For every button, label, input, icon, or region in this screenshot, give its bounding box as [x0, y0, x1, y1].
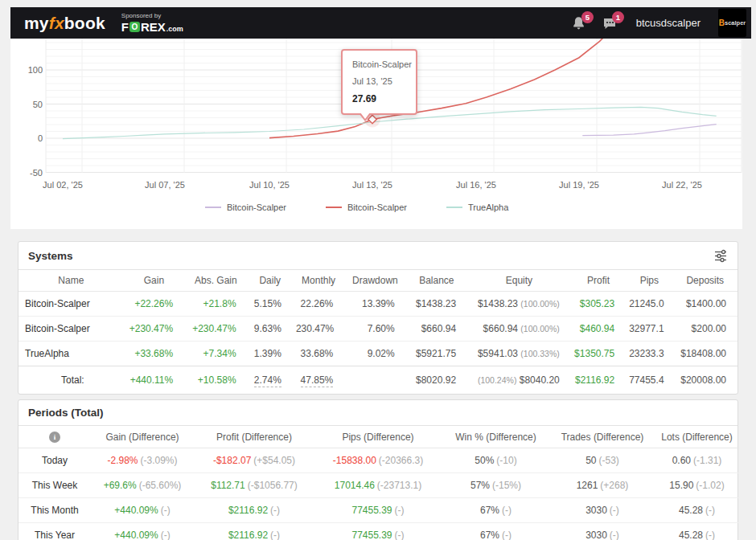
deposits-cell: $20008.00: [672, 366, 738, 395]
difference: (-20366.3): [379, 455, 423, 466]
value: 1261: [577, 480, 598, 491]
svg-text:0: 0: [38, 133, 43, 143]
systems-card: Systems Name Gain Abs. Gain Daily Monthl…: [18, 241, 738, 395]
value: +69.6%: [104, 480, 137, 491]
difference: (-): [161, 530, 171, 540]
sponsor-forex-link[interactable]: Sponsored by FOREX.com: [121, 13, 183, 33]
messages-button[interactable]: 1: [602, 16, 617, 31]
value: 67%: [480, 530, 499, 540]
system-name-link[interactable]: Bitcoin-Scalper: [18, 292, 124, 317]
value: +440.09%: [114, 530, 158, 540]
col-gain[interactable]: Gain: [124, 270, 184, 292]
col-profit[interactable]: Profit: [571, 270, 626, 292]
system-row: Bitcoin-Scalper +22.26% +21.8% 5.15% 22.…: [18, 292, 738, 317]
periods-table: i Gain (Difference) Profit (Difference) …: [18, 426, 739, 540]
balance-cell: $8020.92: [406, 366, 467, 395]
value: -2.98%: [107, 455, 138, 466]
bell-badge: 5: [581, 11, 594, 23]
difference: (-3.09%): [141, 455, 178, 466]
forex-o-icon: O: [129, 22, 140, 32]
monthly-total-value[interactable]: 47.85%: [301, 374, 334, 387]
deposits-cell: $18408.00: [672, 342, 738, 366]
user-avatar[interactable]: Bscalper: [718, 9, 746, 37]
trades-cell: 1261(+268): [550, 473, 655, 498]
system-name-link[interactable]: TrueAlpha: [18, 342, 124, 366]
col-name[interactable]: Name: [18, 270, 124, 292]
difference: (+268): [600, 480, 628, 491]
col-lots-difference: Lots (Difference): [655, 426, 739, 448]
deposits-cell: $200.00: [672, 317, 738, 342]
system-row: Bitcoin-Scalper +230.47% +230.47% 9.63% …: [18, 317, 738, 342]
lots-cell: 0.60(-1.31): [655, 448, 739, 473]
system-name-link[interactable]: Bitcoin-Scalper: [18, 317, 124, 342]
abs-gain-cell: +7.34%: [184, 342, 247, 366]
period-label: This Year: [18, 523, 91, 540]
profit-cell: $112.71(-$1056.77): [194, 473, 314, 498]
equity-amount: $8040.20: [520, 374, 560, 386]
value: $2116.92: [228, 505, 268, 516]
col-pips[interactable]: Pips: [626, 270, 672, 292]
periods-info-header: i: [18, 426, 91, 448]
win-cell: 67%(-): [442, 523, 550, 540]
col-abs-gain[interactable]: Abs. Gain: [184, 270, 247, 292]
lots-cell: 15.90(-1.02): [655, 473, 739, 498]
balance-cell: $1438.23: [406, 292, 467, 317]
col-balance[interactable]: Balance: [406, 270, 467, 292]
pips-cell: 17014.46(-23713.1): [314, 473, 442, 498]
value: $2116.92: [228, 530, 268, 540]
total-label: Total:: [18, 366, 124, 395]
difference: (-): [610, 505, 619, 516]
difference: (+$54.05): [253, 455, 295, 466]
logo-my: my: [24, 14, 49, 32]
col-pips-difference: Pips (Difference): [314, 426, 442, 448]
systems-settings-button[interactable]: [713, 248, 728, 263]
systems-header-row: Name Gain Abs. Gain Daily Monthly Drawdo…: [18, 270, 738, 292]
legend-label: Bitcoin-Scalper: [347, 202, 407, 212]
equity-amount: $660.94: [483, 323, 518, 334]
col-monthly[interactable]: Monthly: [293, 270, 344, 292]
value: 50%: [475, 455, 494, 466]
drawdown-cell: [344, 366, 405, 395]
period-label: This Month: [18, 498, 91, 523]
value: -15838.00: [333, 455, 376, 466]
periods-header-row: i Gain (Difference) Profit (Difference) …: [18, 426, 739, 448]
win-cell: 50%(-10): [442, 448, 550, 473]
info-icon[interactable]: i: [49, 432, 60, 443]
col-daily[interactable]: Daily: [248, 270, 293, 292]
value: 17014.46: [335, 480, 375, 491]
legend-item-truealpha[interactable]: TrueAlpha: [446, 202, 508, 212]
daily-total-value[interactable]: 2.74%: [254, 374, 281, 387]
col-deposits[interactable]: Deposits: [672, 270, 738, 292]
col-drawdown[interactable]: Drawdown: [344, 270, 405, 292]
systems-title: Systems: [28, 250, 73, 262]
profit-cell: $1350.75: [571, 342, 626, 366]
svg-text:-50: -50: [30, 168, 43, 178]
profit-cell: -$182.07(+$54.05): [194, 448, 314, 473]
tooltip-date: Jul 13, '25: [352, 76, 410, 86]
username-menu[interactable]: btcusdscalper: [636, 17, 701, 29]
svg-text:Jul 10, '25: Jul 10, '25: [249, 180, 290, 190]
value: 77455.39: [351, 530, 392, 540]
difference: (-): [270, 505, 280, 516]
svg-text:Jul 07, '25: Jul 07, '25: [145, 180, 185, 190]
legend-item-bitcoin-scalper-1[interactable]: Bitcoin-Scalper: [205, 202, 286, 212]
svg-text:50: 50: [33, 100, 43, 109]
pips-cell: 77455.4: [626, 366, 672, 395]
col-equity[interactable]: Equity: [467, 270, 571, 292]
win-cell: 67%(-): [442, 498, 550, 523]
difference: (-): [502, 505, 512, 516]
notifications-bell-button[interactable]: 5: [572, 16, 586, 31]
value: 57%: [470, 480, 490, 491]
myfxbook-logo[interactable]: myfxbook: [24, 14, 105, 33]
equity-amount: $5941.03: [478, 348, 518, 359]
series-line-Bitcoin-Scalper: [269, 39, 682, 138]
svg-text:100: 100: [28, 65, 43, 75]
difference: (-): [705, 530, 715, 540]
difference: (-): [395, 505, 405, 516]
period-row-this-month: This Month +440.09%(-) $2116.92(-) 77455…: [18, 498, 739, 523]
legend-item-bitcoin-scalper-2[interactable]: Bitcoin-Scalper: [326, 202, 407, 212]
forex-rex: REX: [141, 21, 166, 33]
equity-percent: (100.00%): [520, 299, 559, 309]
top-navbar: myfxbook Sponsored by FOREX.com 5 1 btcu…: [10, 7, 751, 39]
balance-cell: $660.94: [406, 317, 467, 342]
